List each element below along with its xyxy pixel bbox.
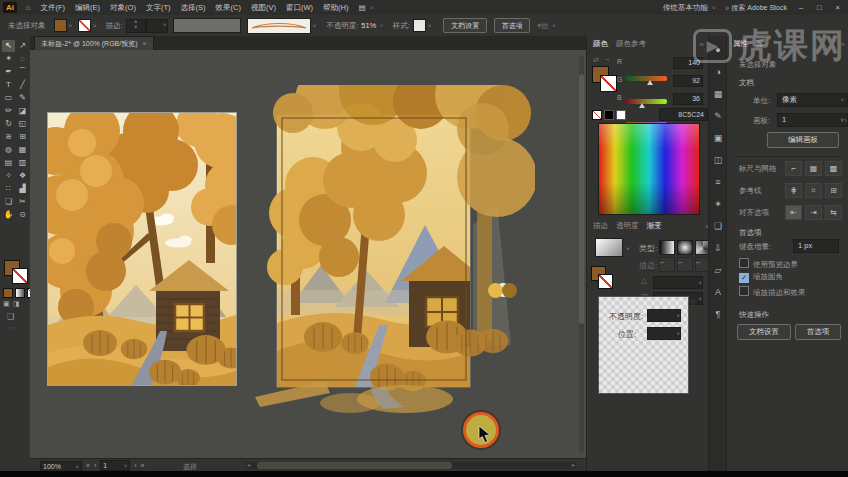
hand-tool[interactable]: ✋ — [2, 209, 15, 221]
props-document-setup-button[interactable]: 文档设置 — [737, 324, 791, 340]
smart-guides-icon[interactable]: ⊞ — [825, 183, 842, 198]
keyboard-increment-field[interactable]: 1 px — [793, 239, 839, 253]
hex-value-field[interactable]: 8C5C24 — [659, 108, 708, 121]
tab-color-guide[interactable]: 颜色参考 — [616, 39, 646, 49]
brushes-panel-icon[interactable]: ✎ — [711, 110, 725, 123]
document-setup-button[interactable]: 文档设置 — [443, 18, 487, 33]
home-icon[interactable]: ⌂ — [21, 3, 36, 12]
preferences-button[interactable]: 首选项 — [494, 18, 530, 33]
none-swatch[interactable] — [592, 110, 602, 120]
last-artboard-icon[interactable]: » — [141, 462, 145, 469]
rotate-tool[interactable]: ↻ — [2, 118, 15, 130]
channel-g-thumb[interactable] — [639, 103, 645, 108]
snap-glyph-icon[interactable]: ⇆ — [825, 205, 842, 220]
tab-color[interactable]: 颜色 — [593, 39, 608, 49]
show-guides-icon[interactable]: ⋕ — [785, 183, 802, 198]
paragraph-panel-icon[interactable]: ¶ — [711, 308, 725, 321]
swap-colors-icon[interactable]: ⇄ — [593, 56, 599, 64]
slice-tool[interactable]: ✂ — [16, 196, 29, 208]
mesh-tool[interactable]: ▤ — [2, 157, 15, 169]
grid-icon[interactable]: ▦ — [805, 161, 822, 176]
vscroll-thumb[interactable] — [579, 74, 584, 324]
type-tool[interactable]: T — [2, 79, 15, 91]
tab-gradient[interactable]: 渐变 — [647, 221, 662, 231]
window-close-button[interactable]: × — [829, 3, 848, 12]
panel-options-icon[interactable]: ▾▤ ˅ — [537, 21, 555, 30]
stroke-weight-stepper[interactable]: ˄˅ — [126, 19, 146, 33]
floating-shape-pill[interactable] — [488, 283, 518, 298]
menu-item-1[interactable]: 编辑(E) — [70, 3, 105, 13]
blend-tool[interactable]: ❖ — [16, 170, 29, 182]
shape-builder-tool[interactable]: ◍ — [2, 144, 15, 156]
artboard-number-dropdown[interactable]: 1˅ — [100, 460, 130, 471]
menu-item-0[interactable]: 文件(F) — [36, 3, 71, 13]
line-segment-tool[interactable]: ╱ — [16, 79, 29, 91]
character-panel-icon[interactable]: A — [711, 286, 725, 299]
artboard-2-artwork[interactable] — [255, 85, 535, 415]
panel-stroke-proxy[interactable] — [600, 75, 617, 92]
props-preferences-button[interactable]: 首选项 — [795, 324, 841, 340]
channel-r-thumb[interactable] — [647, 80, 653, 85]
menu-item-6[interactable]: 视图(V) — [246, 3, 281, 13]
opacity-value[interactable]: 51% — [361, 21, 376, 30]
free-transform-tool[interactable]: ⊞ — [16, 131, 29, 143]
gradient-ramp-area[interactable]: 不透明度: ˅ 位置: ˅ — [598, 296, 689, 394]
channel-r-value[interactable]: 140 — [673, 57, 703, 69]
width-tool[interactable]: ≋ — [2, 131, 15, 143]
canvas-vscrollbar[interactable] — [579, 56, 584, 452]
first-artboard-icon[interactable]: « — [86, 462, 90, 469]
zoom-tool[interactable]: ⊙ — [16, 209, 29, 221]
pathfinder-panel-icon[interactable]: ◫ — [711, 154, 725, 167]
artboard-dropdown[interactable]: 1˅ — [777, 113, 848, 127]
prev-artboard-arrow[interactable]: ‹ — [841, 116, 844, 125]
arrange-documents-icon[interactable]: ▤ ˅ — [353, 3, 378, 12]
default-colors-icon[interactable]: ¬ — [605, 56, 609, 63]
edit-artboard-button[interactable]: 编辑画板 — [767, 132, 839, 148]
hscroll-thumb[interactable] — [257, 462, 452, 469]
stroke-weight-dropdown[interactable]: ˅ — [146, 19, 168, 33]
width-profile-preview[interactable] — [173, 18, 241, 33]
paintbrush-tool[interactable]: ✎ — [16, 92, 29, 104]
tab-stroke[interactable]: 描边 — [593, 221, 608, 231]
toolbar-stroke-proxy[interactable] — [12, 268, 28, 284]
black-swatch[interactable] — [604, 110, 614, 120]
stock-search[interactable]: ⌕ 搜索 Adobe Stock — [720, 3, 792, 13]
menu-item-8[interactable]: 帮助(H) — [318, 3, 353, 13]
canvas[interactable] — [30, 50, 586, 458]
channel-g-value[interactable]: 92 — [673, 75, 703, 87]
menu-item-2[interactable]: 对象(O) — [105, 3, 141, 13]
channel-b-value[interactable]: 36 — [673, 93, 703, 105]
linear-gradient-button[interactable] — [659, 240, 675, 255]
gradient-preset-caret[interactable]: ˅ — [626, 246, 630, 252]
next-artboard-icon[interactable]: › — [134, 462, 136, 469]
brush-definition-preview[interactable] — [247, 18, 311, 34]
eyedropper-tool[interactable]: ✧ — [2, 170, 15, 182]
channel-g-slider[interactable] — [625, 99, 667, 104]
stroke-within-button[interactable]: ⌐ — [659, 257, 675, 272]
appearance-panel-icon[interactable]: ✶ — [711, 198, 725, 211]
artboard-tool[interactable]: ❏ — [2, 196, 15, 208]
document-tab[interactable]: 未标题-2* @ 100% (RGB/预览) × — [34, 36, 154, 50]
scale-tool[interactable]: ◱ — [16, 118, 29, 130]
preview-bounds-checkbox[interactable]: 使用预览边界 — [739, 258, 798, 270]
menu-item-4[interactable]: 选择(S) — [176, 3, 211, 13]
swatches-panel-icon[interactable]: ▦ — [711, 88, 725, 101]
style-swatch[interactable] — [413, 19, 426, 32]
fill-color-swatch[interactable] — [54, 19, 67, 32]
color-guide-panel-icon[interactable]: ◑ — [711, 66, 725, 79]
eraser-tool[interactable]: ◪ — [16, 105, 29, 117]
draw-normal-icon[interactable]: ▣ — [3, 300, 10, 308]
scale-corners-checkbox[interactable]: ✓缩放圆角 — [739, 272, 783, 283]
perspective-grid-tool[interactable]: ▦ — [16, 144, 29, 156]
workspace-switcher[interactable]: 传统基本功能 ˅ — [658, 3, 721, 13]
lasso-tool[interactable]: ◌ — [16, 53, 29, 65]
align-panel-icon[interactable]: ≡ — [711, 176, 725, 189]
gradient-stroke-proxy[interactable] — [598, 274, 613, 289]
symbol-sprayer-tool[interactable]: ∷ — [2, 183, 15, 195]
channel-r-slider[interactable] — [625, 76, 667, 81]
app-logo-icon[interactable]: Ai — [3, 2, 17, 13]
snap-grid-icon[interactable]: ▩ — [825, 161, 842, 176]
white-swatch[interactable] — [616, 110, 626, 120]
tab-library[interactable]: 库 — [756, 39, 764, 49]
selection-tool[interactable]: ↖ — [2, 40, 15, 52]
